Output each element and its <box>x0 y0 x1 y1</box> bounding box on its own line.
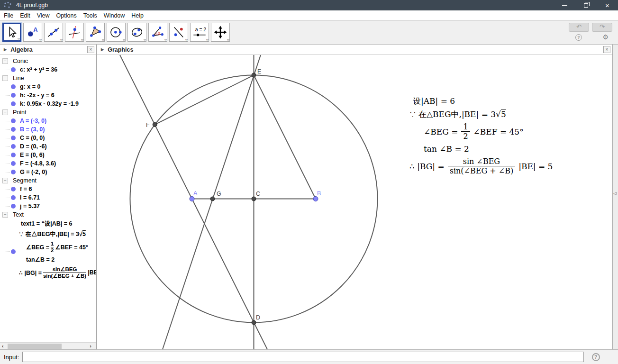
algebra-item-g[interactable]: g: x = 0 <box>0 82 96 91</box>
ellipse-tool-button[interactable]: ▿ <box>127 23 146 42</box>
object-label[interactable]: f = 6 <box>20 186 32 192</box>
angle-tool-button[interactable]: α ▿ <box>148 23 167 42</box>
algebra-item-f[interactable]: f = 6 <box>0 185 96 193</box>
tool-dropdown-icon[interactable]: ▿ <box>18 36 20 42</box>
graphics-header-toggle-icon[interactable]: ▶ <box>101 47 104 52</box>
visibility-dot[interactable] <box>11 161 16 166</box>
algebra-item-j[interactable]: j = 5.37 <box>0 202 96 210</box>
visibility-dot[interactable] <box>11 136 16 140</box>
visibility-dot[interactable] <box>11 67 16 72</box>
object-label[interactable]: G = (-2, 0) <box>20 169 47 175</box>
tool-dropdown-icon[interactable]: ▿ <box>123 37 125 43</box>
tool-dropdown-icon[interactable]: ▿ <box>39 37 42 43</box>
perpendicular-line-tool-button[interactable]: ▿ <box>65 23 84 42</box>
tool-dropdown-icon[interactable]: ▿ <box>206 37 209 43</box>
object-label[interactable]: k: 0.95x - 0.32y = -1.9 <box>20 100 79 107</box>
algebra-item-i[interactable]: i = 6.71 <box>0 193 96 202</box>
scroll-left-arrow[interactable]: ‹ <box>2 343 4 349</box>
object-label[interactable]: F = (-4.8, 3.6) <box>20 160 56 167</box>
menu-tools[interactable]: Tools <box>83 12 97 19</box>
algebra-item-h[interactable]: h: -2x - y = 6 <box>0 91 96 100</box>
point-C[interactable] <box>252 197 256 201</box>
menu-window[interactable]: Window <box>104 12 125 19</box>
visibility-dot[interactable] <box>11 187 16 191</box>
visibility-dot[interactable] <box>11 127 16 132</box>
input-help-button[interactable]: ? <box>592 353 600 361</box>
tool-dropdown-icon[interactable]: ▿ <box>102 37 104 43</box>
visibility-dot[interactable] <box>11 204 16 209</box>
visibility-dot[interactable] <box>11 170 16 174</box>
tool-dropdown-icon[interactable]: ▿ <box>60 37 63 43</box>
algebra-header-toggle-icon[interactable]: ▶ <box>4 47 7 52</box>
object-label[interactable]: B = (3, 0) <box>20 126 45 133</box>
algebra-close-button[interactable]: × <box>87 46 94 53</box>
visibility-dot[interactable] <box>11 101 16 106</box>
algebra-item-F[interactable]: F = (-4.8, 3.6) <box>0 159 96 168</box>
point-G[interactable] <box>210 197 215 201</box>
tool-dropdown-icon[interactable]: ▿ <box>144 37 146 43</box>
object-label[interactable]: C = (0, 0) <box>20 135 45 141</box>
menu-edit[interactable]: Edit <box>20 12 30 19</box>
line-k[interactable] <box>163 55 261 349</box>
visibility-dot[interactable] <box>11 153 16 157</box>
circle-tool-button[interactable]: ▿ <box>107 23 126 42</box>
algebra-item-c[interactable]: c: x² + y² = 36 <box>0 65 96 74</box>
line-tool-button[interactable]: ▿ <box>44 23 63 42</box>
visibility-dot[interactable] <box>11 249 16 254</box>
segment-i-EB[interactable] <box>254 75 316 199</box>
redo-button[interactable]: ↷ <box>592 23 612 32</box>
menu-view[interactable]: View <box>37 12 50 19</box>
reflect-tool-button[interactable]: ▿ <box>169 23 188 42</box>
scroll-right-arrow[interactable]: › <box>90 343 91 349</box>
object-label[interactable]: j = 5.37 <box>20 203 40 209</box>
graphics-close-button[interactable]: × <box>603 46 610 53</box>
visibility-dot[interactable] <box>11 195 16 200</box>
segment-j-EF[interactable] <box>155 75 254 125</box>
visibility-dot[interactable] <box>11 118 16 123</box>
polygon-tool-button[interactable]: ▿ <box>86 23 105 42</box>
point-E[interactable] <box>252 73 256 77</box>
graphics-canvas[interactable]: A G C B E F D 设|AB| = 6 ∵ 在△BEG中,|BE| = … <box>97 55 612 349</box>
object-label[interactable]: A = (-3, 0) <box>20 118 46 124</box>
object-label[interactable]: i = 6.71 <box>20 194 40 201</box>
algebra-item-k[interactable]: k: 0.95x - 0.32y = -1.9 <box>0 100 96 108</box>
algebra-item-E[interactable]: E = (0, 6) <box>0 151 96 159</box>
input-field[interactable] <box>22 352 584 362</box>
scrollbar-thumb[interactable] <box>8 344 62 349</box>
point-D[interactable] <box>252 320 256 325</box>
algebra-item-G[interactable]: G = (-2, 0) <box>0 168 96 176</box>
tool-dropdown-icon[interactable]: ▿ <box>185 37 188 43</box>
algebra-item-C[interactable]: C = (0, 0) <box>0 134 96 142</box>
visibility-dot[interactable] <box>11 84 16 89</box>
line-h[interactable] <box>120 55 267 349</box>
tool-dropdown-icon[interactable]: ▿ <box>81 37 83 43</box>
algebra-item-B[interactable]: B = (3, 0) <box>0 125 96 134</box>
algebra-horizontal-scrollbar[interactable]: ‹ › <box>0 342 96 349</box>
point-F[interactable] <box>153 122 157 127</box>
expand-panel-arrow-icon[interactable]: ◁ <box>613 191 617 196</box>
tool-dropdown-icon[interactable]: ▿ <box>164 37 167 43</box>
move-graphics-view-tool-button[interactable]: ▿ <box>211 23 230 42</box>
point-A[interactable] <box>190 197 194 201</box>
object-label[interactable]: D = (0, -6) <box>20 143 47 150</box>
algebra-item-D[interactable]: D = (0, -6) <box>0 142 96 151</box>
move-tool-button[interactable]: ▿ <box>2 23 21 42</box>
object-label[interactable]: g: x = 0 <box>20 83 40 90</box>
visibility-dot[interactable] <box>11 93 16 98</box>
algebra-item-text1[interactable]: text1 = “设|AB| = 6 ∵ 在△BEG中,|BE| = 3√5 ∠… <box>0 219 96 281</box>
menu-help[interactable]: Help <box>131 12 144 19</box>
menu-file[interactable]: File <box>4 12 13 19</box>
menu-options[interactable]: Options <box>56 12 77 19</box>
object-label[interactable]: E = (0, 6) <box>20 152 45 158</box>
help-button[interactable]: ? <box>575 34 582 41</box>
slider-tool-button[interactable]: a = 2 ▿ <box>190 23 209 42</box>
preferences-button[interactable]: ⚙ <box>602 33 609 41</box>
algebra-item-A[interactable]: A = (-3, 0) <box>0 117 96 125</box>
point-B[interactable] <box>313 197 318 201</box>
text1-graphics-object[interactable]: 设|AB| = 6 ∵ 在△BEG中,|BE| = 3√5 ∠BEG = 12 … <box>409 95 585 177</box>
minimize-button[interactable] <box>554 0 575 10</box>
maximize-button[interactable] <box>575 0 597 10</box>
point-tool-button[interactable]: A ▿ <box>23 23 42 42</box>
visibility-dot[interactable] <box>11 144 16 149</box>
object-label[interactable]: h: -2x - y = 6 <box>20 92 55 99</box>
